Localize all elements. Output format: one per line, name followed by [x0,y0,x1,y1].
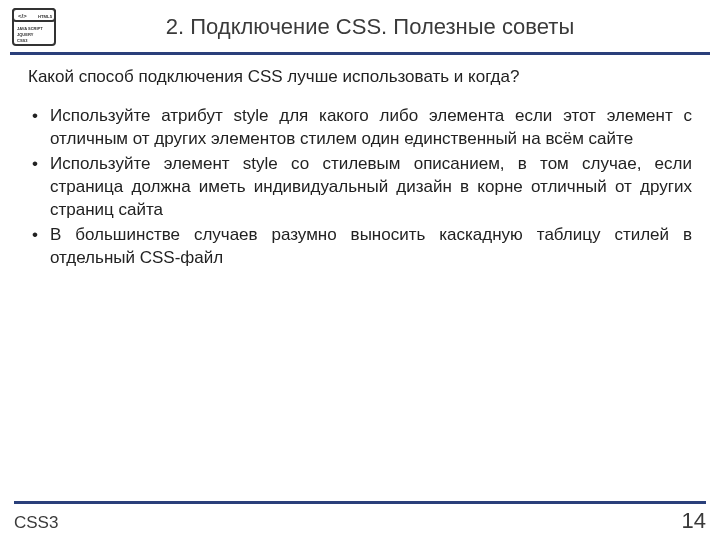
svg-text:JQUERY: JQUERY [17,32,34,37]
slide-title: 2. Подключение CSS. Полезные советы [76,14,708,40]
list-item: Используйте атрибут style для какого либ… [28,105,692,151]
list-item: Используйте элемент style со стилевым оп… [28,153,692,222]
tech-logo-icon: </> HTML5 JAVA SCRIPT JQUERY CSS3 [12,8,56,46]
question-text: Какой способ подключения CSS лучше испол… [28,67,692,87]
page-number: 14 [682,508,706,534]
footer-divider [14,501,706,504]
svg-text:JAVA SCRIPT: JAVA SCRIPT [17,26,43,31]
footer-label: CSS3 [14,513,58,533]
list-item: В большинстве случаев разумно выносить к… [28,224,692,270]
svg-text:CSS3: CSS3 [17,38,28,43]
svg-text:HTML5: HTML5 [38,14,53,19]
svg-text:</>: </> [18,13,27,19]
slide-header: </> HTML5 JAVA SCRIPT JQUERY CSS3 2. Под… [0,0,720,46]
slide-footer: CSS3 14 [0,501,720,540]
bullet-list: Используйте атрибут style для какого либ… [28,105,692,270]
slide-content: Какой способ подключения CSS лучше испол… [0,55,720,270]
